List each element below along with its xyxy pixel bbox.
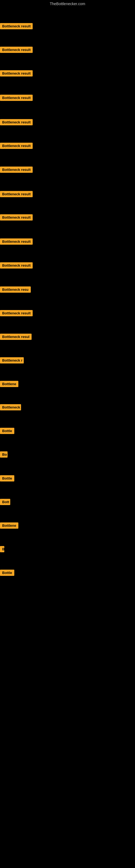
result-item: Bottleneck result (0, 214, 33, 222)
result-item: Bottlene (0, 381, 18, 388)
bottleneck-label-22: B (0, 546, 4, 552)
result-item: Bottle (0, 475, 14, 483)
bottleneck-label-1: Bottleneck result (0, 46, 33, 53)
result-item: Bottleneck (0, 404, 21, 411)
result-item: Bottleneck result (0, 310, 33, 317)
bottleneck-label-8: Bottleneck result (0, 214, 33, 220)
bottleneck-label-14: Bottleneck r (0, 357, 24, 364)
bottleneck-label-3: Bottleneck result (0, 95, 33, 101)
bottleneck-label-10: Bottleneck result (0, 262, 33, 269)
bottleneck-label-7: Bottleneck result (0, 191, 33, 197)
result-item: Bottleneck result (0, 119, 33, 126)
result-item: Bottleneck result (0, 46, 33, 54)
bottleneck-label-15: Bottlene (0, 381, 18, 387)
bottleneck-label-19: Bottle (0, 475, 14, 482)
bottleneck-label-20: Bott (0, 499, 10, 505)
bottleneck-label-17: Bottle (0, 428, 14, 434)
result-item: Bottleneck resu (0, 286, 31, 294)
bottleneck-label-11: Bottleneck resu (0, 286, 31, 293)
result-item: Bottle (0, 428, 14, 435)
result-item: Bottleneck result (0, 166, 33, 174)
result-item: Bottleneck result (0, 191, 33, 198)
result-item: Bott (0, 499, 10, 506)
site-title: TheBottlenecker.com (0, 0, 135, 8)
bottleneck-label-21: Bottlene (0, 522, 18, 529)
result-item: Bottleneck result (0, 95, 33, 102)
bottleneck-label-18: Bo (0, 452, 8, 458)
result-item: Bottleneck r (0, 357, 24, 365)
bottleneck-label-4: Bottleneck result (0, 119, 33, 125)
bottleneck-label-16: Bottleneck (0, 404, 21, 410)
result-item: Bottlene (0, 522, 18, 530)
result-item: Bottle (0, 569, 14, 577)
bottleneck-label-23: Bottle (0, 569, 14, 576)
result-item: Bottleneck result (0, 262, 33, 270)
bottleneck-label-12: Bottleneck result (0, 310, 33, 316)
result-item: Bottleneck result (0, 70, 33, 78)
bottleneck-label-6: Bottleneck result (0, 166, 33, 173)
bottleneck-label-13: Bottleneck resul (0, 334, 32, 340)
result-item: Bo (0, 452, 8, 459)
result-item: Bottleneck result (0, 23, 33, 30)
result-item: Bottleneck resul (0, 334, 32, 341)
bottleneck-label-2: Bottleneck result (0, 70, 33, 76)
bottleneck-label-9: Bottleneck result (0, 239, 33, 245)
result-item: Bottleneck result (0, 239, 33, 246)
result-item: B (0, 546, 4, 553)
result-item: Bottleneck result (0, 143, 33, 150)
bottleneck-label-5: Bottleneck result (0, 143, 33, 149)
bottleneck-label-0: Bottleneck result (0, 23, 33, 29)
